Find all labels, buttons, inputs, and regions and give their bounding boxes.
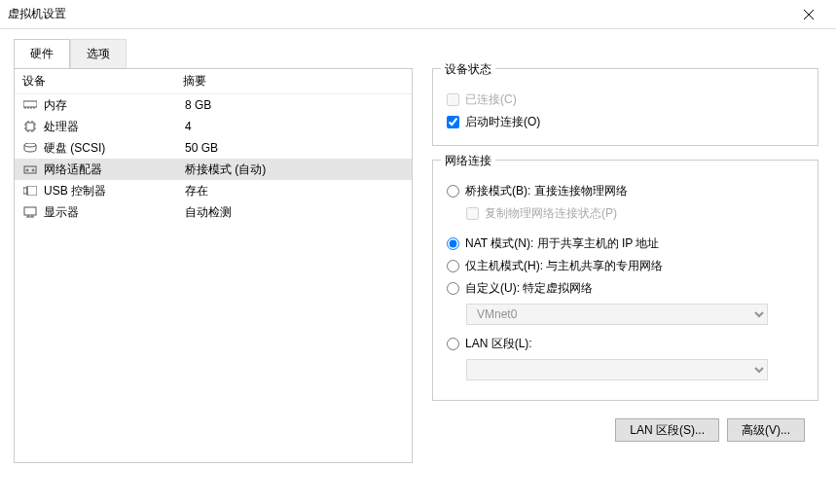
custom-radio[interactable]: 自定义(U): 特定虚拟网络 <box>447 277 804 300</box>
lan-segment-radio[interactable]: LAN 区段(L): <box>447 333 804 355</box>
replicate-checkbox: 复制物理网络连接状态(P) <box>466 202 804 225</box>
checkbox-input <box>447 93 459 106</box>
radio-input[interactable] <box>447 237 459 250</box>
lan-segments-button[interactable]: LAN 区段(S)... <box>615 418 719 442</box>
content-area: 设备 摘要 内存 8 GB 处理器 4 硬盘 (SCSI) 50 GB 网络适配… <box>0 68 836 477</box>
usb-icon <box>22 184 38 198</box>
device-summary: 存在 <box>185 183 208 199</box>
col-summary: 摘要 <box>183 73 206 90</box>
radio-input[interactable] <box>447 260 459 272</box>
connect-start-checkbox[interactable]: 启动时连接(O) <box>447 111 804 133</box>
device-name: 显示器 <box>44 204 185 221</box>
button-row: LAN 区段(S)... 高级(V)... <box>432 414 818 442</box>
device-summary: 8 GB <box>185 98 211 112</box>
tab-hardware[interactable]: 硬件 <box>14 39 70 68</box>
list-item[interactable]: USB 控制器 存在 <box>15 180 412 201</box>
device-summary: 自动检测 <box>185 204 232 221</box>
device-list: 内存 8 GB 处理器 4 硬盘 (SCSI) 50 GB 网络适配器 桥接模式… <box>15 94 412 462</box>
close-button[interactable] <box>789 0 828 29</box>
bridged-radio[interactable]: 桥接模式(B): 直接连接物理网络 <box>447 180 804 202</box>
hostonly-radio[interactable]: 仅主机模式(H): 与主机共享的专用网络 <box>447 255 804 277</box>
svg-rect-7 <box>27 186 37 196</box>
lan-segment-select <box>466 359 768 380</box>
device-summary: 50 GB <box>185 141 218 155</box>
svg-rect-0 <box>23 101 37 107</box>
device-name: USB 控制器 <box>44 183 185 199</box>
device-name: 硬盘 (SCSI) <box>44 140 185 157</box>
svg-point-4 <box>26 169 28 171</box>
list-item[interactable]: 内存 8 GB <box>15 94 412 116</box>
cpu-icon <box>22 120 38 133</box>
window-title: 虚拟机设置 <box>8 6 789 22</box>
network-connection-group: 网络连接 桥接模式(B): 直接连接物理网络 复制物理网络连接状态(P) NAT… <box>432 160 818 401</box>
display-icon <box>22 205 38 219</box>
list-header: 设备 摘要 <box>15 69 412 94</box>
memory-icon <box>22 98 38 112</box>
checkbox-input <box>466 207 479 220</box>
radio-input[interactable] <box>447 338 459 350</box>
group-title: 设备状态 <box>441 61 495 78</box>
device-panel: 设备 摘要 内存 8 GB 处理器 4 硬盘 (SCSI) 50 GB 网络适配… <box>14 68 413 463</box>
vmnet-select: VMnet0 <box>466 304 768 325</box>
svg-point-2 <box>24 143 36 147</box>
advanced-button[interactable]: 高级(V)... <box>727 418 805 442</box>
svg-rect-8 <box>24 207 36 215</box>
radio-input[interactable] <box>447 185 459 198</box>
list-item[interactable]: 显示器 自动检测 <box>15 201 412 223</box>
device-status-group: 设备状态 已连接(C) 启动时连接(O) <box>432 68 818 146</box>
nat-radio[interactable]: NAT 模式(N): 用于共享主机的 IP 地址 <box>447 233 804 255</box>
tab-options[interactable]: 选项 <box>70 39 127 68</box>
checkbox-input[interactable] <box>447 116 459 128</box>
disk-icon <box>22 141 38 155</box>
svg-rect-1 <box>26 123 34 130</box>
device-summary: 4 <box>185 120 192 133</box>
network-icon <box>22 162 38 176</box>
device-summary: 桥接模式 (自动) <box>185 162 266 178</box>
group-title: 网络连接 <box>441 153 495 169</box>
connected-checkbox: 已连接(C) <box>447 89 804 111</box>
list-item[interactable]: 网络适配器 桥接模式 (自动) <box>15 159 412 180</box>
device-name: 处理器 <box>44 119 185 135</box>
list-item[interactable]: 硬盘 (SCSI) 50 GB <box>15 137 412 159</box>
svg-point-5 <box>32 169 34 171</box>
col-device: 设备 <box>22 73 183 90</box>
titlebar: 虚拟机设置 <box>0 0 836 29</box>
detail-panel: 设备状态 已连接(C) 启动时连接(O) 网络连接 桥接模式(B): 直接连接物… <box>428 68 822 463</box>
list-item[interactable]: 处理器 4 <box>15 116 412 137</box>
device-name: 内存 <box>44 97 185 114</box>
svg-rect-6 <box>23 188 27 194</box>
device-name: 网络适配器 <box>44 162 185 178</box>
radio-input[interactable] <box>447 282 459 295</box>
tab-bar: 硬件 选项 <box>14 39 836 68</box>
close-icon <box>804 10 814 19</box>
